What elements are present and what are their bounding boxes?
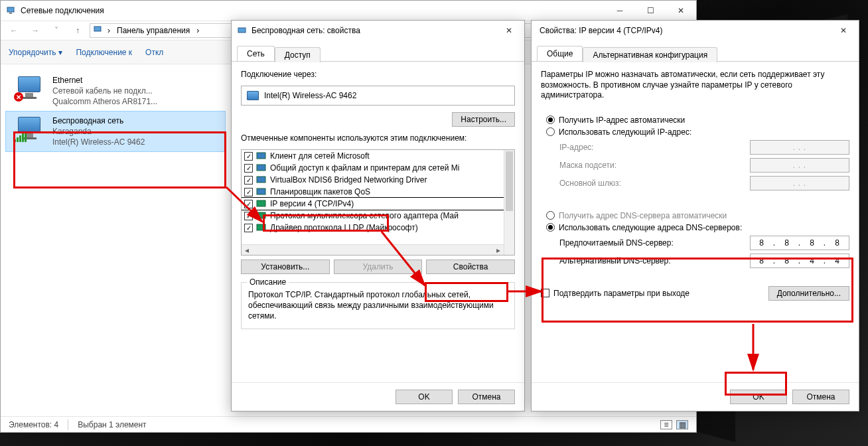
ip-address-input: ... (750, 140, 849, 155)
ethernet-icon: ✕ (14, 75, 46, 102)
component-item[interactable]: ✓Драйвер протокола LLDP (Майкрософт) (242, 222, 504, 234)
component-item[interactable]: ✓VirtualBox NDIS6 Bridged Networking Dri… (242, 174, 504, 186)
status-item-count: Элементов: 4 (9, 420, 58, 429)
forward-button[interactable]: → (26, 23, 44, 38)
gateway-input: ... (750, 176, 849, 190)
checkbox-icon[interactable]: ✓ (244, 200, 253, 208)
connection-item-wifi[interactable]: Беспроводная сеть Karaganda Intel(R) Wir… (6, 112, 225, 152)
svg-rect-4 (257, 153, 265, 159)
scroll-left-icon[interactable]: ◂ (242, 245, 252, 256)
svg-rect-8 (257, 200, 265, 206)
validate-checkbox[interactable]: Подтвердить параметры при выходе (541, 289, 768, 298)
dialog-title: Беспроводная сеть: свойства (252, 26, 494, 35)
wifi-icon (14, 115, 46, 142)
checkbox-icon[interactable]: ✓ (244, 152, 253, 161)
close-button[interactable]: ✕ (666, 1, 696, 21)
preferred-dns-label: Предпочитаемый DNS-сервер: (559, 238, 745, 248)
view-icons-button[interactable]: ▦ (676, 420, 688, 429)
checkbox-icon[interactable]: ✓ (244, 212, 253, 220)
radio-manual-dns[interactable]: Использовать следующие адреса DNS-сервер… (546, 223, 849, 232)
component-item[interactable]: ✓IP версии 4 (TCP/IPv4) (242, 198, 504, 210)
history-dropdown-icon[interactable]: ˅ (47, 23, 66, 38)
breadcrumb-sep: › (105, 26, 113, 35)
protocol-icon (256, 164, 267, 172)
connect-via-label: Подключение через: (241, 70, 515, 79)
protocol-icon (256, 212, 267, 220)
svg-rect-5 (257, 165, 265, 171)
checkbox-icon[interactable]: ✓ (244, 224, 253, 232)
svg-rect-6 (257, 177, 265, 183)
scroll-right-icon[interactable]: ▸ (493, 245, 504, 256)
checkbox-icon[interactable]: ✓ (244, 176, 253, 185)
scrollbar-vertical[interactable] (504, 150, 514, 255)
tab-network[interactable]: Сеть (237, 46, 275, 61)
close-button[interactable]: ✕ (828, 21, 859, 40)
ipv4-properties-dialog: Свойства: IP версии 4 (TCP/IPv4) ✕ Общие… (531, 20, 859, 411)
radio-auto-dns[interactable]: Получить адрес DNS-сервера автоматически (546, 211, 849, 220)
disable-menu[interactable]: Откл (145, 48, 163, 57)
component-item[interactable]: ✓Клиент для сетей Microsoft (242, 150, 504, 162)
status-selected-count: Выбран 1 элемент (78, 420, 146, 429)
checkbox-icon[interactable]: ✓ (244, 164, 253, 173)
dialog-title: Свойства: IP версии 4 (TCP/IPv4) (537, 26, 828, 35)
gateway-label: Основной шлюз: (559, 179, 745, 188)
protocol-icon (256, 152, 267, 160)
cancel-button[interactable]: Отмена (792, 390, 849, 404)
connect-to-menu[interactable]: Подключение к (76, 48, 132, 57)
ok-button[interactable]: OK (730, 390, 787, 404)
alternate-dns-input[interactable]: 8.8.4.4 (750, 254, 849, 268)
svg-rect-10 (257, 224, 265, 230)
configure-button[interactable]: Настроить... (452, 112, 515, 127)
tab-general[interactable]: Общие (537, 46, 583, 61)
maximize-button[interactable]: ☐ (635, 1, 666, 21)
svg-rect-1 (9, 13, 12, 14)
svg-rect-7 (257, 188, 265, 194)
radio-auto-ip[interactable]: Получить IP-адрес автоматически (546, 115, 849, 125)
svg-rect-0 (7, 7, 14, 12)
radio-manual-ip[interactable]: Использовать следующий IP-адрес: (546, 127, 849, 137)
subnet-mask-label: Маска подсети: (559, 161, 745, 170)
component-item[interactable]: ✓Планировщик пакетов QoS (242, 186, 504, 198)
svg-rect-2 (94, 27, 101, 31)
component-item[interactable]: ✓Протокол мультиплексора сетевого адапте… (242, 210, 504, 222)
install-button[interactable]: Установить... (241, 260, 330, 274)
close-button[interactable]: ✕ (494, 21, 524, 40)
protocol-icon (256, 188, 267, 196)
adapter-icon (247, 91, 259, 100)
ok-button[interactable]: OK (396, 390, 453, 404)
adapter-field: Intel(R) Wireless-AC 9462 (241, 86, 515, 106)
remove-button[interactable]: Удалить (334, 260, 423, 274)
checkbox-icon[interactable]: ✓ (244, 188, 253, 196)
adapter-properties-dialog: Беспроводная сеть: свойства ✕ Сеть Досту… (231, 20, 525, 411)
tab-alt-config[interactable]: Альтернативная конфигурация (583, 47, 717, 62)
preferred-dns-input[interactable]: 8.8.8.8 (750, 236, 849, 250)
advanced-button[interactable]: Дополнительно... (768, 286, 849, 301)
scrollbar-horizontal[interactable]: ◂ ▸ (242, 244, 504, 255)
titlebar: Сетевые подключения ─ ☐ ✕ (1, 1, 696, 21)
description-group-title: Описание (247, 277, 289, 287)
cancel-button[interactable]: Отмена (458, 390, 515, 404)
components-label: Отмеченные компоненты используются этим … (241, 133, 515, 143)
component-item[interactable]: ✓Общий доступ к файлам и принтерам для с… (242, 162, 504, 174)
up-button[interactable]: ↑ (68, 23, 87, 38)
breadcrumb-cp[interactable]: Панель управления (114, 26, 192, 35)
status-bar: Элементов: 4 Выбран 1 элемент ≡ ▦ (1, 416, 696, 432)
tab-access[interactable]: Доступ (275, 47, 321, 62)
properties-button[interactable]: Свойства (426, 260, 515, 274)
protocol-icon (256, 224, 267, 232)
organize-menu[interactable]: Упорядочить ▾ (9, 48, 62, 57)
view-details-button[interactable]: ≡ (660, 420, 672, 429)
protocol-icon (256, 200, 267, 208)
breadcrumb-sep: › (194, 26, 202, 35)
description-text: Протокол TCP/IP. Стандартный протокол гл… (248, 289, 508, 322)
adapter-dialog-icon (237, 25, 248, 36)
subnet-mask-input: ... (750, 158, 849, 173)
svg-rect-9 (257, 212, 265, 218)
help-text: Параметры IP можно назначать автоматичес… (541, 70, 849, 101)
minimize-button[interactable]: ─ (605, 1, 635, 21)
back-button[interactable]: ← (5, 23, 23, 38)
svg-rect-3 (238, 28, 246, 33)
connection-item-ethernet[interactable]: ✕ Ethernet Сетевой кабель не подкл... Qu… (6, 71, 225, 112)
components-list[interactable]: ✓Клиент для сетей Microsoft✓Общий доступ… (241, 149, 515, 256)
network-icon (93, 25, 104, 37)
